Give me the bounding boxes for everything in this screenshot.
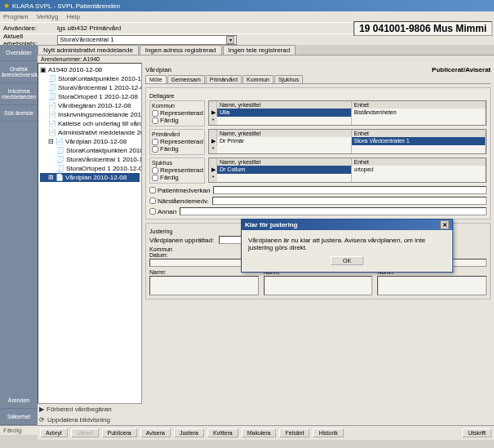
tree-node[interactable]: 🧾StoraVårdcentral 1 2010-12 bbox=[40, 155, 140, 164]
workplace-value: StoraVårdcentral 1 bbox=[60, 36, 114, 43]
tree-node[interactable]: ⊟📄Vårdplan 2010-12-08 bbox=[40, 137, 140, 146]
tree-node[interactable]: 🧾StoraVårdcentral 1 2010-12-08 bbox=[40, 83, 140, 92]
nav-arenden[interactable]: Ärenden bbox=[0, 393, 38, 409]
btn-avbryt[interactable]: Avbryt bbox=[40, 428, 68, 437]
action-bar: Avbryt Utkast Publicera Avisera Justera … bbox=[38, 425, 494, 440]
tab-ingen-tele[interactable]: Ingen tele registrerad bbox=[223, 45, 296, 55]
btn-publicera[interactable]: Publicera bbox=[102, 428, 137, 437]
tree-node[interactable]: 🧾StoraKontaktpunkten 2010-12-0 bbox=[40, 74, 140, 83]
left-nav: Översikter Grafisk ärendeöversikt Inkomn… bbox=[0, 45, 38, 425]
fld-kommun-namn[interactable] bbox=[149, 276, 259, 295]
chk-primar-rep[interactable]: Representerad bbox=[152, 138, 202, 145]
group-kommun: Kommun Representerad Färdig bbox=[149, 100, 205, 126]
fld-primar-namn[interactable] bbox=[264, 276, 373, 295]
chk-annan[interactable]: Annan bbox=[149, 208, 176, 215]
btn-makulera[interactable]: Makulera bbox=[242, 428, 277, 437]
deltagare-label: Deltagare bbox=[149, 93, 487, 99]
subtab-gemensam[interactable]: Gemensam bbox=[167, 75, 205, 83]
window-title: KLARA SVPL - SVPL Patientärenden bbox=[12, 2, 120, 10]
menu-verktyg[interactable]: Verktyg bbox=[37, 13, 59, 20]
case-number: Ärendenummer: A1940 bbox=[38, 55, 494, 63]
top-tabs: Nytt administrativt meddelande Ingen adr… bbox=[38, 45, 494, 55]
btn-justera[interactable]: Justera bbox=[174, 428, 204, 437]
chk-kommun-rep[interactable]: Representerad bbox=[152, 109, 202, 117]
grid-sjukhus[interactable]: Namn, yrkestitelEnhet ▶Dr Collumortoped … bbox=[208, 157, 487, 183]
chk-patientmed[interactable]: Patientmedverkan bbox=[149, 187, 210, 194]
patient-id: 19 041001-9806 Mus Mimmi bbox=[354, 21, 492, 36]
tree-node[interactable]: 🧾StoraOrtoped 1 2010-12-08 bbox=[40, 164, 140, 173]
btn-utkast: Utkast bbox=[71, 428, 99, 437]
group-sjukhus: Sjukhus Representerad Färdig bbox=[149, 157, 205, 184]
grid-kommun[interactable]: Namn, yrkestitelEnhet ▶UllaBiståndsenhet… bbox=[208, 100, 487, 126]
sub-tabs: Möte Gemensam Primärvård Kommun Sjukhus bbox=[145, 75, 491, 84]
user-row: Användare: lgs utb432 Primärvård 19 0410… bbox=[0, 22, 494, 33]
refresh-icon: ⟳ bbox=[39, 416, 45, 424]
menu-help[interactable]: Help bbox=[66, 13, 79, 20]
nav-sok[interactable]: Sök ärende bbox=[0, 105, 38, 122]
menu-program[interactable]: Program bbox=[3, 13, 29, 20]
modal-title: Klar för justering bbox=[245, 221, 297, 228]
nav-inkomna[interactable]: Inkomna meddelanden bbox=[0, 83, 38, 105]
chk-narst[interactable]: Närståendemedv. bbox=[149, 197, 209, 205]
modal-klar-for-justering: Klar för justering ✕ Vårdplanen är nu kl… bbox=[241, 219, 453, 273]
nav-oversikter[interactable]: Översikter bbox=[0, 45, 38, 61]
subtab-sjukhus[interactable]: Sjukhus bbox=[274, 75, 303, 83]
chevron-down-icon[interactable]: ▾ bbox=[226, 36, 234, 44]
app-icon: ★ bbox=[3, 2, 10, 10]
tree-root[interactable]: ▣A1940 2010-12-08 bbox=[40, 65, 140, 74]
input-narst[interactable] bbox=[212, 197, 487, 205]
input-annan[interactable] bbox=[180, 207, 487, 215]
user-label: Användare: bbox=[2, 24, 57, 32]
nav-sakerhet[interactable]: Säkerhet bbox=[0, 409, 38, 425]
btn-utskrift[interactable]: Utskrift bbox=[462, 428, 492, 437]
chk-primar-fardig[interactable]: Färdig bbox=[152, 145, 202, 153]
grid-primarvard[interactable]: Namn, yrkestitelEnhet ▶Dr PrimärStora Vå… bbox=[208, 129, 487, 154]
workplace-select[interactable]: StoraVårdcentral 1 ▾ bbox=[57, 35, 237, 45]
tab-nytt[interactable]: Nytt administrativt meddelande bbox=[38, 45, 139, 55]
fld-extra-namn[interactable] bbox=[377, 276, 487, 295]
tree-node[interactable]: 📄Kallelse och underlag till vårdpl bbox=[40, 119, 140, 128]
tree-node[interactable]: 📄Inskrivningsmeddelande 2010-1 bbox=[40, 110, 140, 119]
modal-text: Vårdplanen är nu klar att justera. Avise… bbox=[248, 237, 446, 251]
chk-sjuk-rep[interactable]: Representerad bbox=[152, 166, 202, 174]
group-primarvard: Primärvård Representerad Färdig bbox=[149, 129, 205, 155]
tree-node[interactable]: 🧾StoraOrtoped 1 2010-12-08 bbox=[40, 92, 140, 101]
btn-kvittera[interactable]: Kvittera bbox=[207, 428, 238, 437]
btn-felsant[interactable]: Felsänt bbox=[279, 428, 309, 437]
panel-status: Publicerat/Aviserat bbox=[432, 66, 491, 73]
tree-node-selected[interactable]: ⊞📄Vårdplan 2010-12-08 bbox=[40, 173, 140, 182]
btn-avisera[interactable]: Avisera bbox=[140, 428, 171, 437]
tree-node[interactable]: 📄Vårdbegäran 2010-12-08 bbox=[40, 101, 140, 110]
btn-ok[interactable]: OK bbox=[331, 256, 363, 265]
tab-ingen-adress[interactable]: Ingen adress registrerad bbox=[140, 45, 222, 55]
link-forbered[interactable]: ▶Förbered vårdbegäran bbox=[38, 404, 142, 415]
status-text: Färdig bbox=[3, 427, 22, 434]
user-value: lgs utb432 Primärvård bbox=[57, 24, 121, 32]
subtab-mote[interactable]: Möte bbox=[145, 75, 167, 83]
btn-historik[interactable]: Historik bbox=[313, 428, 343, 437]
chk-sjuk-fardig[interactable]: Färdig bbox=[152, 174, 202, 181]
window-titlebar: ★ KLARA SVPL - SVPL Patientärenden bbox=[0, 0, 494, 11]
nav-grafisk[interactable]: Grafisk ärendeöversikt bbox=[0, 61, 38, 83]
close-icon[interactable]: ✕ bbox=[440, 220, 449, 229]
link-uppdatera[interactable]: ⟳Uppdatera bildvisning bbox=[38, 415, 142, 425]
subtab-kommun[interactable]: Kommun bbox=[243, 75, 274, 83]
chk-kommun-fardig[interactable]: Färdig bbox=[152, 117, 202, 124]
case-tree[interactable]: ▣A1940 2010-12-08 🧾StoraKontaktpunkten 2… bbox=[38, 63, 142, 404]
input-patientmed[interactable] bbox=[213, 186, 487, 194]
tree-node[interactable]: 🧾StoraKontaktpunkten 2010- bbox=[40, 146, 140, 155]
panel-title: Vårdplan bbox=[145, 66, 171, 73]
tree-node[interactable]: 📄Administrativt meddelande 2010 bbox=[40, 128, 140, 137]
subtab-primar[interactable]: Primärvård bbox=[206, 75, 242, 83]
wizard-icon: ▶ bbox=[39, 406, 44, 413]
